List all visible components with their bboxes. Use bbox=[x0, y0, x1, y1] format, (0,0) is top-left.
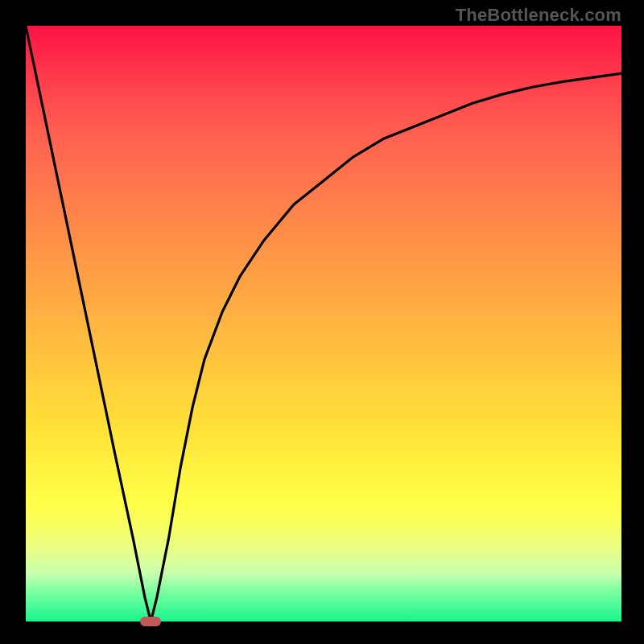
bottleneck-curve bbox=[26, 26, 621, 621]
curve-path bbox=[26, 26, 621, 621]
watermark-text: TheBottleneck.com bbox=[456, 5, 621, 26]
chart-frame: TheBottleneck.com bbox=[0, 0, 644, 644]
minimum-marker bbox=[140, 617, 161, 626]
